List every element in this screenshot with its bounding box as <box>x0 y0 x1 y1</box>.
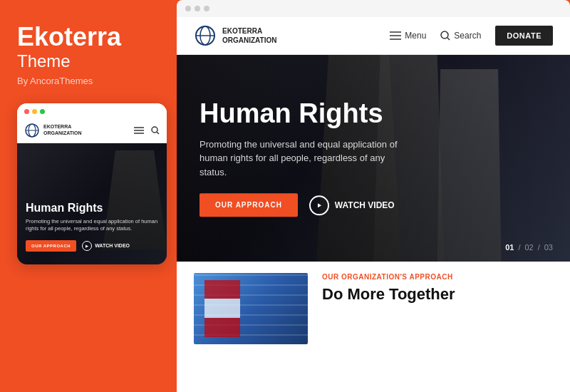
slide-1: 01 <box>505 243 514 252</box>
mobile-hero-actions: OUR APPROACH ▶ WATCH VIDEO <box>26 240 158 252</box>
bottom-label: OUR ORGANIZATION'S APPROACH <box>322 273 553 281</box>
chrome-dot-1 <box>185 6 191 11</box>
mobile-logo-icon <box>24 123 40 138</box>
brand-by: By AncoraThemes <box>17 76 93 86</box>
mobile-watch-button[interactable]: ▶ WATCH VIDEO <box>82 241 130 251</box>
search-icon <box>440 31 450 41</box>
bottom-image-flag2 <box>204 280 240 337</box>
bottom-image <box>194 273 308 344</box>
svg-line-7 <box>157 132 159 134</box>
slide-2: 02 <box>524 243 533 252</box>
mobile-logo-wrap: EKOTERRA ORGANIZATION <box>24 123 82 138</box>
bottom-heading: Do More Together <box>322 285 553 304</box>
mobile-mockup: EKOTERRA ORGANIZATION <box>17 103 167 264</box>
desktop-play-icon <box>309 195 329 215</box>
desktop-logo-icon <box>194 24 217 47</box>
dot-red <box>24 109 29 114</box>
search-label: Search <box>454 31 481 41</box>
mobile-hero-desc: Promoting the universal and equal applic… <box>26 218 158 233</box>
desktop-hero-title: Human Rights <box>200 99 399 129</box>
mobile-hero: Human Rights Promoting the universal and… <box>17 143 167 264</box>
bottom-text: OUR ORGANIZATION'S APPROACH Do More Toge… <box>308 273 553 304</box>
mobile-nav: EKOTERRA ORGANIZATION <box>17 118 167 143</box>
desktop-watch-button[interactable]: WATCH VIDEO <box>309 195 395 215</box>
left-panel: Ekoterra Theme By AncoraThemes EKOTER <box>0 0 177 392</box>
desktop-nav: EKOTERRA ORGANIZATION Menu <box>177 17 570 55</box>
desktop-approach-button[interactable]: OUR APPROACH <box>200 194 298 217</box>
mobile-hero-title: Human Rights <box>26 202 158 215</box>
mobile-logo-text: EKOTERRA ORGANIZATION <box>43 124 82 136</box>
desktop-mockup: EKOTERRA ORGANIZATION Menu <box>177 17 570 392</box>
hamburger-icon[interactable] <box>134 127 144 134</box>
mobile-play-icon: ▶ <box>82 241 92 251</box>
mobile-dots <box>24 109 45 114</box>
desktop-bottom: OUR ORGANIZATION'S APPROACH Do More Toge… <box>177 262 570 392</box>
slide-indicators: 01 / 02 / 03 <box>505 243 553 252</box>
chrome-dot-2 <box>195 6 200 11</box>
desktop-nav-right: Menu Search DONATE <box>390 26 553 46</box>
desktop-logo-wrap: EKOTERRA ORGANIZATION <box>194 24 390 47</box>
brand-subtitle: Theme <box>17 51 71 71</box>
svg-marker-16 <box>318 203 321 207</box>
menu-icon <box>390 31 401 40</box>
slide-sep-2: / <box>538 243 540 252</box>
slide-sep-1: / <box>518 243 520 252</box>
menu-label: Menu <box>405 31 426 41</box>
menu-nav-item[interactable]: Menu <box>390 31 426 41</box>
brand-title: Ekoterra <box>17 23 121 51</box>
mobile-top-bar <box>17 103 167 118</box>
svg-point-6 <box>152 127 157 133</box>
desktop-hero-content: Human Rights Promoting the universal and… <box>200 99 399 217</box>
browser-chrome <box>177 0 570 17</box>
dot-green <box>40 109 45 114</box>
donate-button[interactable]: DONATE <box>495 26 553 46</box>
desktop-hero: Human Rights Promoting the universal and… <box>177 55 570 262</box>
slide-3: 03 <box>544 243 553 252</box>
desktop-hero-desc: Promoting the universal and equal applic… <box>200 138 399 180</box>
mobile-search-icon[interactable] <box>151 126 160 135</box>
search-nav-item[interactable]: Search <box>440 31 481 41</box>
svg-line-15 <box>447 38 450 40</box>
desktop-hero-actions: OUR APPROACH WATCH VIDEO <box>200 194 399 217</box>
mobile-watch-label: WATCH VIDEO <box>95 243 130 248</box>
right-panel: EKOTERRA ORGANIZATION Menu <box>177 0 570 392</box>
svg-point-14 <box>441 31 448 38</box>
desktop-logo-text: EKOTERRA ORGANIZATION <box>222 26 276 45</box>
mobile-approach-button[interactable]: OUR APPROACH <box>26 240 76 252</box>
mobile-nav-icons <box>134 126 160 135</box>
desktop-watch-label: WATCH VIDEO <box>335 200 395 210</box>
chrome-dot-3 <box>204 6 209 11</box>
mobile-hero-content: Human Rights Promoting the universal and… <box>26 202 158 252</box>
dot-yellow <box>32 109 37 114</box>
